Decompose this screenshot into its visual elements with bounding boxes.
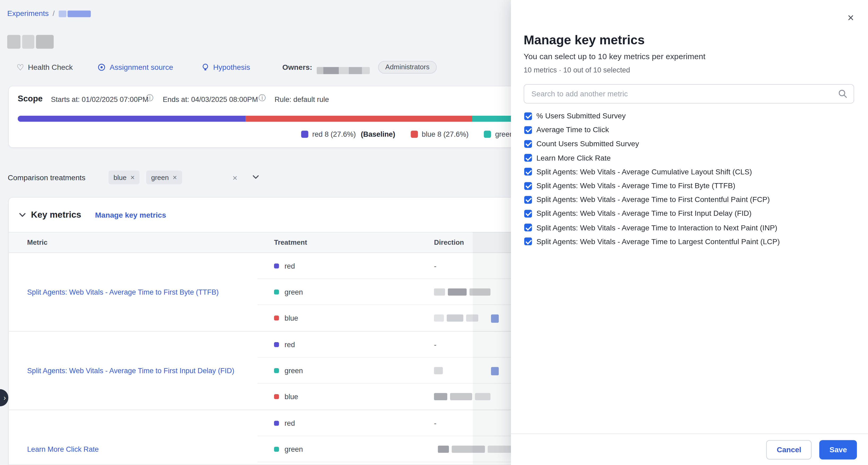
- info-icon[interactable]: ⓘ: [146, 94, 153, 101]
- metric-checkbox-item[interactable]: Split Agents: Web Vitals - Average Time …: [524, 221, 854, 235]
- checkbox-checked-icon[interactable]: [524, 112, 532, 120]
- treatment-name: red: [285, 340, 295, 348]
- collapse-chevron-icon[interactable]: [19, 212, 26, 217]
- lightbulb-icon: [202, 63, 209, 71]
- chip-remove-icon[interactable]: ×: [173, 174, 177, 181]
- treatment-chip-blue[interactable]: blue ×: [108, 170, 140, 184]
- checkbox-checked-icon[interactable]: [524, 237, 532, 245]
- checkbox-checked-icon[interactable]: [524, 224, 532, 231]
- legend-swatch: [301, 130, 308, 138]
- legend-swatch: [411, 130, 418, 138]
- allocation-segment-blue: [246, 116, 472, 122]
- treatment-color-dot: [274, 289, 279, 294]
- metric-checkbox-item[interactable]: Split Agents: Web Vitals - Average Time …: [524, 207, 854, 221]
- manage-key-metrics-link[interactable]: Manage key metrics: [95, 211, 166, 219]
- treatment-name: blue: [285, 393, 298, 401]
- treatment-color-dot: [274, 368, 279, 373]
- metric-checkbox-item[interactable]: Count Users Submitted Survey: [524, 137, 854, 151]
- health-check-link[interactable]: ♡ Health Check: [17, 60, 73, 74]
- scope-title: Scope: [18, 93, 43, 103]
- clear-selection-icon[interactable]: ×: [232, 174, 237, 182]
- metric-checkbox-list: % Users Submitted Survey Average Time to…: [524, 109, 854, 249]
- metrics-count-summary: 10 metrics · 10 out of 10 selected: [524, 65, 854, 76]
- legend-label: blue 8 (27.6%): [422, 130, 468, 138]
- metric-checkbox-item[interactable]: Average Time to Click: [524, 123, 854, 137]
- save-button[interactable]: Save: [819, 440, 857, 459]
- metric-checkbox-item[interactable]: Learn More Click Rate: [524, 151, 854, 165]
- metric-checkbox-item[interactable]: Split Agents: Web Vitals - Average Cumul…: [524, 165, 854, 179]
- search-icon: [838, 89, 847, 98]
- legend-baseline-tag: (Baseline): [361, 130, 395, 138]
- metric-checkbox-item[interactable]: Split Agents: Web Vitals - Average Time …: [524, 179, 854, 193]
- breadcrumb: Experiments /: [7, 9, 91, 18]
- scope-ends-at: Ends at: 04/03/2025 08:00PM: [163, 95, 258, 104]
- checkbox-checked-icon[interactable]: [524, 140, 532, 148]
- scope-rule: Rule: default rule: [275, 95, 329, 104]
- assignment-source-label: Assignment source: [110, 63, 173, 71]
- breadcrumb-experiment-name-redacted: [59, 10, 91, 17]
- info-icon[interactable]: ⓘ: [258, 94, 266, 101]
- treatment-name: green: [285, 445, 303, 453]
- treatment-color-dot: [274, 446, 279, 452]
- metric-link[interactable]: Split Agents: Web Vitals - Average Time …: [27, 287, 219, 297]
- checkbox-checked-icon[interactable]: [524, 182, 532, 190]
- chevron-down-icon[interactable]: [252, 175, 259, 179]
- treatment-color-dot: [274, 263, 279, 268]
- cancel-button[interactable]: Cancel: [766, 440, 812, 459]
- chip-label: blue: [114, 174, 127, 181]
- checkbox-checked-icon[interactable]: [524, 196, 532, 204]
- breadcrumb-experiments-link[interactable]: Experiments: [7, 9, 49, 18]
- allocation-legend: red 8 (27.6%) (Baseline) blue 8 (27.6%) …: [301, 130, 547, 138]
- owner-name-redacted: [317, 63, 370, 78]
- owners-label: Owners:: [282, 60, 312, 74]
- hypothesis-link[interactable]: Hypothesis: [202, 60, 250, 74]
- metric-label: Count Users Submitted Survey: [536, 140, 639, 148]
- panel-subtitle: You can select up to 10 key metrics per …: [524, 51, 854, 62]
- target-icon: [97, 63, 105, 71]
- metric-cell: Learn More Click Rate: [9, 410, 257, 465]
- metric-label: Learn More Click Rate: [536, 154, 611, 162]
- checkbox-checked-icon[interactable]: [524, 168, 532, 176]
- app-root: Experiments / ♡ Health Check Assignment …: [0, 0, 868, 465]
- treatment-name: green: [285, 366, 303, 375]
- metric-link[interactable]: Learn More Click Rate: [27, 444, 99, 454]
- metric-checkbox-item[interactable]: Split Agents: Web Vitals - Average Time …: [524, 193, 854, 207]
- administrators-badge: Administrators: [378, 60, 437, 73]
- direction-value: -: [434, 419, 436, 427]
- chip-label: green: [151, 174, 169, 181]
- checkbox-checked-icon[interactable]: [524, 210, 532, 217]
- metric-label: Split Agents: Web Vitals - Average Time …: [536, 237, 780, 245]
- chip-remove-icon[interactable]: ×: [130, 174, 135, 181]
- metric-checkbox-item[interactable]: % Users Submitted Survey: [524, 109, 854, 123]
- heart-icon: ♡: [17, 63, 24, 71]
- legend-swatch: [484, 130, 491, 138]
- treatment-chip-green[interactable]: green ×: [146, 170, 182, 184]
- metric-cell: Split Agents: Web Vitals - Average Time …: [9, 253, 257, 331]
- checkbox-checked-icon[interactable]: [524, 126, 532, 134]
- experiment-title-redacted: [7, 35, 54, 49]
- close-icon[interactable]: ×: [847, 12, 854, 23]
- redacted-block: [59, 10, 66, 17]
- assignment-source-link[interactable]: Assignment source: [97, 60, 173, 74]
- breadcrumb-separator: /: [53, 9, 55, 18]
- treatment-name: blue: [285, 314, 298, 322]
- redacted-block: [7, 35, 21, 49]
- metric-search: [524, 84, 854, 104]
- comparison-treatments-label: Comparison treatments: [8, 174, 86, 182]
- panel-footer: Cancel Save: [511, 433, 868, 465]
- metric-checkbox-item[interactable]: Split Agents: Web Vitals - Average Time …: [524, 235, 854, 249]
- legend-label: red 8 (27.6%): [312, 130, 356, 138]
- owners-label-text: Owners:: [282, 63, 312, 71]
- redacted-block: [317, 67, 370, 74]
- metric-label: Average Time to Click: [536, 126, 609, 134]
- redacted-block: [22, 35, 34, 49]
- metric-link[interactable]: Split Agents: Web Vitals - Average Time …: [27, 366, 234, 376]
- redacted-block: [67, 10, 91, 17]
- checkbox-checked-icon[interactable]: [524, 154, 532, 162]
- metric-label: Split Agents: Web Vitals - Average Time …: [536, 224, 777, 232]
- key-metrics-title: Key metrics: [31, 210, 81, 220]
- redacted-block: [36, 35, 54, 49]
- metric-search-input[interactable]: [524, 84, 854, 104]
- metric-label: Split Agents: Web Vitals - Average Cumul…: [536, 168, 752, 176]
- sidebar-expand-button[interactable]: ›: [0, 389, 8, 406]
